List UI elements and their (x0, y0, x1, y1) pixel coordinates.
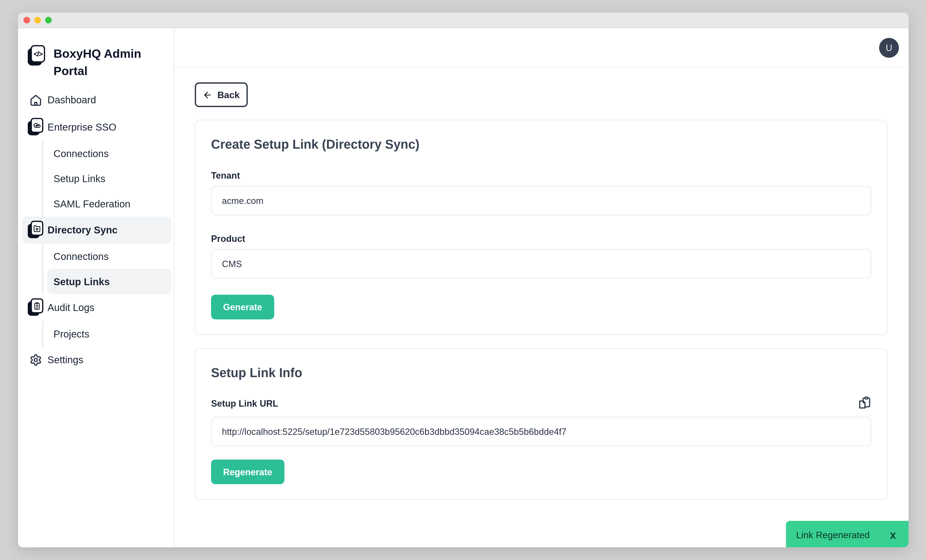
setup-link-url-input[interactable] (211, 417, 871, 446)
minimize-window-icon[interactable] (34, 17, 41, 24)
brand: </> BoxyHQ Admin Portal (28, 45, 165, 80)
tenant-label: Tenant (211, 170, 871, 180)
desktop-background: </> BoxyHQ Admin Portal (0, 0, 926, 560)
sidebar-item-audit-logs[interactable]: Audit Logs (22, 294, 171, 321)
sidebar-item-projects[interactable]: Projects (48, 321, 171, 347)
sidebar-nav: Dashboard (18, 87, 174, 374)
product-label: Product (211, 233, 871, 244)
gear-icon (29, 354, 42, 366)
sidebar-item-dashboard[interactable]: Dashboard (22, 87, 171, 114)
window-titlebar (18, 13, 909, 28)
directory-sync-folder-icon (29, 221, 42, 239)
sidebar-item-dsync-connections[interactable]: Connections (48, 244, 171, 269)
sidebar-item-settings[interactable]: Settings (22, 347, 171, 374)
create-setup-link-card: Create Setup Link (Directory Sync) Tenan… (195, 120, 887, 335)
setup-link-url-label: Setup Link URL (211, 398, 278, 408)
back-button[interactable]: Back (195, 83, 248, 107)
back-label: Back (217, 89, 239, 100)
sidebar-item-sso-connections[interactable]: Connections (48, 141, 171, 166)
sidebar-item-enterprise-sso[interactable]: Enterprise SSO (22, 114, 171, 141)
toast-close-button[interactable]: X (890, 530, 896, 540)
maximize-window-icon[interactable] (45, 17, 52, 24)
close-window-icon[interactable] (24, 17, 30, 24)
regenerate-button[interactable]: Regenerate (211, 459, 284, 484)
sidebar-item-directory-sync[interactable]: Directory Sync (22, 216, 171, 244)
top-header: U (174, 28, 909, 67)
tenant-input[interactable] (211, 186, 871, 215)
card-title: Create Setup Link (Directory Sync) (211, 137, 871, 151)
audit-clipboard-icon (29, 298, 42, 317)
sidebar-item-label: Settings (48, 354, 83, 366)
card-title: Setup Link Info (211, 366, 871, 380)
arrow-left-icon (203, 90, 213, 100)
home-icon (29, 94, 42, 106)
directory-sync-subnav: Connections Setup Links (42, 244, 174, 294)
sidebar-item-label: Directory Sync (48, 224, 118, 236)
sidebar-item-dsync-setup-links[interactable]: Setup Links (48, 269, 171, 294)
toast-notification: Link Regenerated X (786, 521, 908, 547)
sidebar-item-label: Audit Logs (48, 302, 94, 313)
sidebar-item-sso-setup-links[interactable]: Setup Links (48, 166, 171, 191)
setup-link-url-row: Setup Link URL (211, 397, 871, 410)
boxyhq-logo-icon: </> (28, 45, 46, 67)
sso-cloud-key-icon (29, 118, 42, 136)
copy-to-clipboard-icon[interactable] (858, 397, 871, 410)
page-content: Back Create Setup Link (Directory Sync) … (174, 67, 909, 500)
sidebar-item-label: Dashboard (48, 94, 96, 106)
sidebar-item-saml-federation[interactable]: SAML Federation (48, 191, 171, 216)
generate-button[interactable]: Generate (211, 295, 274, 319)
sidebar-item-label: Enterprise SSO (48, 121, 117, 133)
enterprise-sso-subnav: Connections Setup Links SAML Federation (42, 141, 174, 216)
user-avatar[interactable]: U (879, 38, 899, 58)
sidebar: </> BoxyHQ Admin Portal (18, 28, 174, 547)
app-window: </> BoxyHQ Admin Portal (18, 13, 909, 547)
setup-link-info-card: Setup Link Info Setup Link URL (195, 348, 887, 500)
brand-name: BoxyHQ Admin Portal (53, 45, 141, 80)
audit-logs-subnav: Projects (42, 321, 174, 347)
toast-message: Link Regenerated (796, 530, 870, 541)
main-area: U Back Create Setup Link (D (174, 28, 909, 547)
product-input[interactable] (211, 249, 871, 278)
